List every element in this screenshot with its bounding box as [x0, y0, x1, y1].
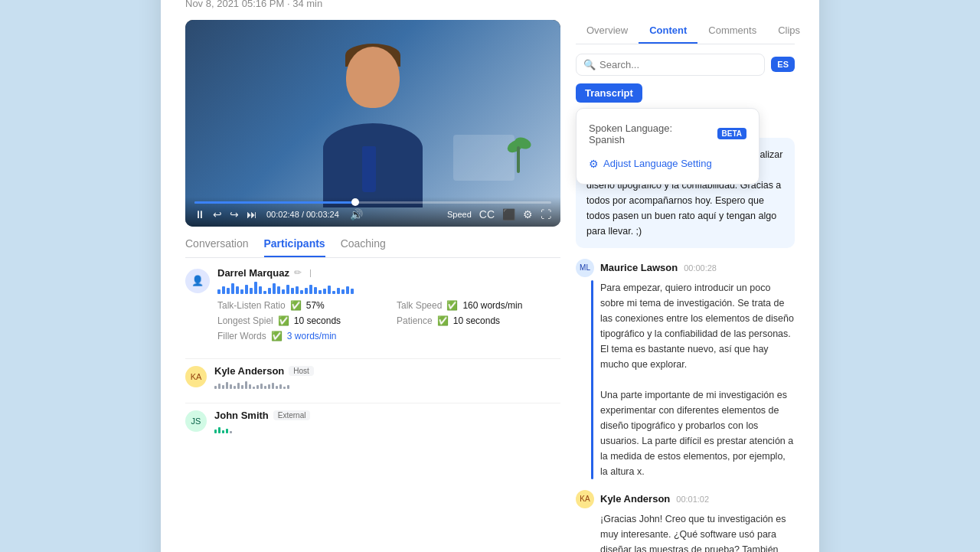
- search-row: 🔍 ES: [576, 54, 795, 76]
- video-controls: ⏸ ↩ ↪ ⏭ 00:02:48 / 00:03:24 🔊 Speed CC ⬛…: [185, 197, 560, 227]
- stat-label-talk-listen: Talk-Listen Ratio: [217, 300, 286, 311]
- stat-val-talk-speed: 160 words/min: [462, 300, 522, 311]
- avatar-john: JS: [185, 410, 207, 432]
- left-panel: ⏸ ↩ ↪ ⏭ 00:02:48 / 00:03:24 🔊 Speed CC ⬛…: [185, 20, 560, 553]
- avatar-entry-2: KA: [576, 490, 594, 508]
- rtab-comments[interactable]: Comments: [697, 20, 767, 44]
- lang-badge[interactable]: ES: [771, 57, 795, 72]
- stat-label-patience: Patience: [397, 315, 433, 326]
- spoken-lang-row: Spoken Language: Spanish BETA: [577, 118, 759, 153]
- search-icon: 🔍: [583, 59, 596, 70]
- badge-john: External: [273, 410, 311, 420]
- cursor-indicator: |: [309, 268, 312, 277]
- entry-text-2: ¡Gracias John! Creo que tu investigación…: [576, 511, 795, 553]
- check-talk-listen: ✅: [290, 300, 302, 311]
- video-container[interactable]: ⏸ ↩ ↪ ⏭ 00:02:48 / 00:03:24 🔊 Speed CC ⬛…: [185, 20, 560, 227]
- right-panel: Overview Content Comments Clips 🔍 ES Tra…: [576, 20, 795, 553]
- adjust-lang-item[interactable]: ⚙ Adjust Language Setting: [577, 153, 759, 175]
- avatar-kyle: KA: [185, 366, 207, 387]
- participant-info-darrel: Darrel Marquaz ✏ | Talk-Listen Ratio ✅ 5…: [217, 267, 560, 341]
- name-kyle: Kyle Anderson: [214, 365, 284, 377]
- gear-icon: ⚙: [589, 158, 599, 170]
- controls-row: ⏸ ↩ ↪ ⏭ 00:02:48 / 00:03:24 🔊 Speed CC ⬛…: [194, 208, 551, 220]
- subtitle: Nov 8, 2021 05:16 PM · 34 min: [185, 0, 795, 9]
- name-john: John Smith: [214, 410, 269, 421]
- rtab-content[interactable]: Content: [639, 20, 697, 44]
- waveform-darrel: [217, 282, 560, 294]
- rewind-button[interactable]: ↩: [213, 208, 222, 220]
- content-row: ⏸ ↩ ↪ ⏭ 00:02:48 / 00:03:24 🔊 Speed CC ⬛…: [185, 20, 795, 553]
- spoken-lang-label: Spoken Language: Spanish: [589, 122, 711, 145]
- forward-button[interactable]: ↪: [230, 208, 239, 220]
- screen-button[interactable]: ⬛: [502, 208, 515, 220]
- tabs-row: Conversation Participants Coaching: [185, 237, 560, 258]
- right-tabs: Overview Content Comments Clips: [576, 20, 795, 44]
- fullscreen-button[interactable]: ⛶: [541, 208, 551, 220]
- john-name-row: John Smith External: [214, 410, 310, 421]
- entry-header-1: ML Maurice Lawson 00:00:28: [576, 259, 795, 277]
- check-talk-speed: ✅: [446, 300, 458, 311]
- entry-time-1: 00:00:28: [684, 263, 717, 273]
- captions-button[interactable]: CC: [479, 208, 495, 220]
- waveform-john: [214, 424, 310, 433]
- transcript-area: ¡Bienvenidos! Estoy emocionado de actual…: [576, 138, 795, 553]
- pause-button[interactable]: ⏸: [194, 208, 205, 220]
- name-darrel: Darrel Marquaz: [217, 267, 289, 279]
- speed-label[interactable]: Speed: [447, 210, 472, 219]
- rtab-overview[interactable]: Overview: [576, 20, 639, 44]
- stat-talk-listen: Talk-Listen Ratio ✅ 57%: [217, 300, 381, 311]
- divider-2: [185, 403, 560, 403]
- progress-bar[interactable]: [194, 201, 551, 204]
- transcript-filter-row: Transcript Spoken Language: Spanish BETA…: [576, 83, 795, 103]
- ctrl-right: Speed CC ⬛ ⚙ ⛶: [447, 208, 551, 220]
- progress-dot: [351, 198, 359, 206]
- stat-label-filler: Filler Words: [217, 331, 266, 341]
- avatar-darrel: 👤: [185, 269, 210, 293]
- stats-grid-darrel: Talk-Listen Ratio ✅ 57% Talk Speed ✅ 160…: [217, 300, 560, 341]
- check-longest-spiel: ✅: [278, 315, 289, 326]
- stat-val-patience: 10 seconds: [453, 315, 500, 326]
- video-person: [319, 39, 426, 207]
- entry-name-2: Kyle Anderson: [600, 493, 670, 505]
- participant-kyle: KA Kyle Anderson Host: [185, 365, 560, 389]
- settings-button[interactable]: ⚙: [523, 208, 533, 220]
- transcript-button[interactable]: Transcript: [576, 83, 642, 103]
- stat-val-talk-listen: 57%: [306, 300, 325, 311]
- stat-val-filler[interactable]: 3 words/min: [287, 331, 337, 341]
- kyle-name-row: Kyle Anderson Host: [214, 365, 314, 377]
- entry-text-1: Para empezar, quiero introducir un poco …: [576, 280, 795, 479]
- video-placeholder: [185, 20, 560, 227]
- tab-conversation[interactable]: Conversation: [185, 237, 249, 257]
- progress-fill: [194, 201, 355, 204]
- time-display: 00:02:48 / 00:03:24: [266, 210, 339, 219]
- volume-button[interactable]: 🔊: [350, 208, 363, 220]
- adjust-lang-label: Adjust Language Setting: [603, 158, 712, 169]
- main-card: Zoom IQ Introduction ··· ↗ Nov 8, 2021 0…: [161, 0, 819, 552]
- entry-name-1: Maurice Lawson: [600, 262, 678, 273]
- tab-coaching[interactable]: Coaching: [341, 237, 386, 257]
- check-patience: ✅: [437, 315, 449, 326]
- kyle-info: Kyle Anderson Host: [214, 365, 314, 389]
- tab-participants[interactable]: Participants: [264, 237, 325, 257]
- transcript-entry-1: ML Maurice Lawson 00:00:28 Para empezar,…: [576, 259, 795, 479]
- stat-label-longest-spiel: Longest Spiel: [217, 315, 273, 326]
- stat-patience: Patience ✅ 10 seconds: [397, 315, 560, 326]
- beta-badge: BETA: [717, 128, 746, 139]
- john-info: John Smith External: [214, 410, 310, 433]
- check-filler: ✅: [271, 331, 283, 341]
- stat-filler-words: Filler Words ✅ 3 words/min: [217, 331, 381, 341]
- divider-1: [185, 358, 560, 359]
- edit-icon-darrel[interactable]: ✏: [294, 267, 302, 278]
- transcript-entry-2: KA Kyle Anderson 00:01:02 ¡Gracias John!…: [576, 490, 795, 553]
- name-row-darrel: Darrel Marquaz ✏ |: [217, 267, 560, 279]
- dropdown-popup: Spoken Language: Spanish BETA ⚙ Adjust L…: [576, 108, 760, 185]
- badge-kyle: Host: [289, 366, 314, 376]
- skip-button[interactable]: ⏭: [247, 208, 257, 220]
- search-input[interactable]: [576, 54, 765, 76]
- rtab-clips[interactable]: Clips: [767, 20, 811, 44]
- stat-label-talk-speed: Talk Speed: [397, 300, 442, 311]
- stat-longest-spiel: Longest Spiel ✅ 10 seconds: [217, 315, 381, 326]
- avatar-entry-1: ML: [576, 259, 594, 277]
- participant-darrel: 👤 Darrel Marquaz ✏ | Talk-Listen Rati: [185, 267, 560, 341]
- stat-val-longest-spiel: 10 seconds: [294, 315, 341, 326]
